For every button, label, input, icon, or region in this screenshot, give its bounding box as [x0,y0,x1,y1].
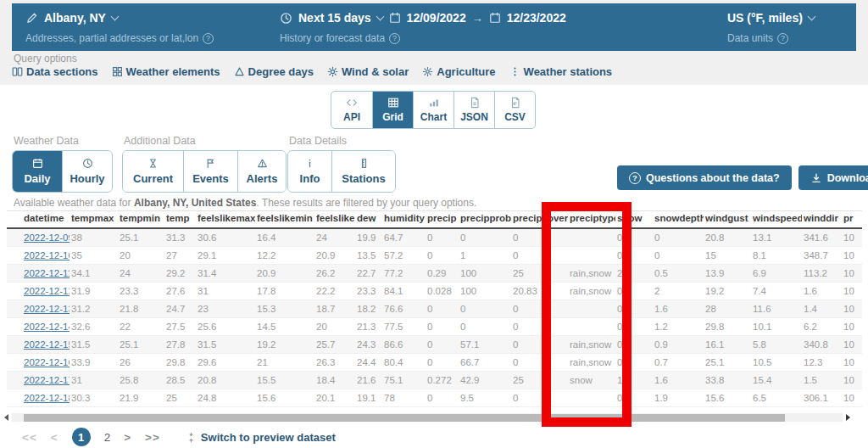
data-cell: 0 [511,389,568,406]
data-cell: 10 [842,353,862,371]
scrollbar-thumb[interactable] [24,414,785,422]
data-cell: 0 [615,300,653,317]
datetime-cell[interactable]: 2022-12-11 [7,264,70,282]
column-header-dew: dew [355,211,382,229]
data-cell: 0 [511,335,568,353]
date-link[interactable]: 2022-12-13 [24,304,70,314]
data-cell [568,389,615,406]
data-cell: 15.5 [255,371,314,389]
date-link[interactable]: 2022-12-15 [24,339,70,350]
table-row: 2022-12-1531.525.127.831.519.225.724.386… [7,335,862,353]
query-item-degree-days[interactable]: Degree days [234,65,314,78]
daily-button[interactable]: Daily [13,151,62,192]
data-cell: 0 [426,317,459,335]
data-cell: 25 [164,389,196,406]
alerts-button[interactable]: Alerts [237,151,286,192]
data-cell: 0 [426,335,459,353]
data-cell: 348.7 [802,246,842,264]
page-1-button[interactable]: 1 [72,428,91,446]
data-cell: 33.9 [70,353,118,371]
data-cell: 0 [511,228,568,246]
data-cell: 0 [426,389,459,406]
tab-api[interactable]: API [331,92,372,128]
data-cell: 0 [511,353,568,371]
tab-json[interactable]: JSON [453,92,494,128]
data-cell: 86.6 [382,335,426,353]
query-item-data-sections[interactable]: Data sections [12,65,98,78]
date-link[interactable]: 2022-12-09 [24,232,70,243]
data-cell: 21.9 [118,389,164,406]
data-cell: 0.028 [426,282,459,300]
data-cell: 1.5 [802,371,842,389]
data-cell: 19.1 [355,389,382,406]
column-header-precipprob: precipprob [459,211,511,229]
data-cell: 31.9 [70,282,118,300]
date-link[interactable]: 2022-12-17 [24,375,70,385]
first-page-button[interactable]: << [22,431,37,444]
page-2-button[interactable]: 2 [104,431,111,444]
data-cell: 15.4 [751,371,802,389]
scroll-left-arrow-icon[interactable] [4,414,8,421]
help-icon[interactable]: ? [203,33,214,44]
query-item-weather-stations[interactable]: Weather stations [509,65,613,78]
events-button[interactable]: Events [183,151,237,192]
datetime-cell[interactable]: 2022-12-16 [7,353,70,371]
tab-chart[interactable]: Chart [413,92,453,128]
date-link[interactable]: 2022-12-11 [24,268,70,278]
column-header-feelslikemin: feelslikemin [255,211,314,229]
tab-csv[interactable]: CSV [494,92,535,128]
next-page-button[interactable]: > [124,431,131,444]
query-item-wind-solar[interactable]: Wind & solar [327,65,409,78]
query-item-agriculture[interactable]: Agriculture [422,65,495,78]
datetime-cell[interactable]: 2022-12-13 [7,300,70,317]
info-button[interactable]: Info [288,151,331,192]
data-cell: 19.9 [355,228,382,246]
help-icon[interactable]: ? [777,33,788,44]
date-link[interactable]: 2022-12-10 [24,250,70,260]
end-date[interactable]: 12/23/2022 [507,11,566,25]
date-link[interactable]: 2022-12-16 [24,357,70,367]
questions-button[interactable]: ? Questions about the data? [617,165,792,190]
current-button[interactable]: Current [123,151,183,192]
datetime-cell[interactable]: 2022-12-09 [7,228,70,246]
datetime-cell[interactable]: 2022-12-14 [7,317,70,335]
data-cell: 24 [118,264,164,282]
data-cell: 25 [511,264,568,282]
chevron-down-icon [376,12,384,20]
hourly-button[interactable]: Hourly [62,151,112,192]
data-cell: 12.2 [255,246,314,264]
stations-button[interactable]: Stations [331,151,395,192]
data-cell: 25 [511,371,568,389]
data-cell: 8.1 [751,246,802,264]
date-link[interactable]: 2022-12-18 [24,393,70,403]
query-item-weather-elements[interactable]: Weather elements [112,65,220,78]
data-cell: 26.3 [314,353,355,371]
datetime-cell[interactable]: 2022-12-17 [7,371,70,389]
tab-grid[interactable]: Grid [372,92,413,128]
prev-page-button[interactable]: < [51,431,58,444]
date-link[interactable]: 2022-12-12 [24,286,70,296]
switch-preview-dataset-link[interactable]: Switch to preview dataset [186,431,336,444]
data-cell: 1. [615,371,653,389]
data-cell: snow [568,371,615,389]
units-selector[interactable]: US (°F, miles) [727,11,815,25]
date-link[interactable]: 2022-12-14 [24,322,70,332]
help-icon[interactable]: ? [389,33,400,44]
location-selector[interactable]: Albany, NY [25,11,118,25]
data-cell: 25.8 [118,371,164,389]
datetime-cell[interactable]: 2022-12-10 [7,246,70,264]
datetime-cell[interactable]: 2022-12-15 [7,335,70,353]
scroll-right-arrow-icon[interactable] [846,414,850,421]
data-cell: 1.6 [653,371,704,389]
horizontal-scrollbar[interactable] [2,412,853,423]
data-cell: 57.1 [459,335,511,353]
period-selector[interactable]: Next 15 days 12/09/2022 → 12/23/2022 [280,11,566,25]
column-header-snow: snow [615,211,653,229]
last-page-button[interactable]: >> [145,431,160,444]
start-date[interactable]: 12/09/2022 [407,11,466,25]
table-row: 2022-12-1035202729.112.220.913.557.20100… [7,246,862,264]
datetime-cell[interactable]: 2022-12-18 [7,389,70,406]
data-cell: 0 [615,389,653,406]
download-button[interactable]: Download [798,165,868,190]
datetime-cell[interactable]: 2022-12-12 [7,282,70,300]
